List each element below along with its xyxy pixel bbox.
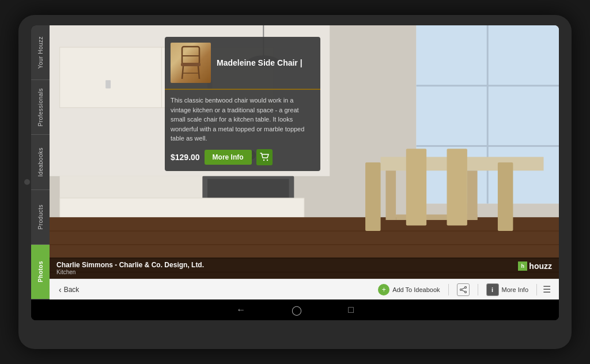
add-to-cart-button[interactable] [256,149,273,165]
more-info-button[interactable]: More Info [205,150,252,165]
bar-divider-1 [448,284,449,295]
share-icon [457,283,470,296]
add-to-ideabook-button[interactable]: + Add To Ideabook [372,282,445,298]
sidebar-item-your-houzz[interactable]: Your Houzz [31,25,50,80]
sidebar-label-your-houzz: Your Houzz [37,36,44,69]
svg-line-45 [462,290,464,291]
houzz-icon: h [518,261,527,271]
photo-category: Kitchen [56,269,552,275]
svg-rect-30 [498,162,513,231]
svg-rect-35 [181,63,201,66]
svg-rect-28 [406,149,426,225]
info-icon: i [486,283,499,296]
sidebar: Your Houzz Professionals Ideabooks Produ… [31,25,50,299]
product-price: $129.00 [171,153,200,162]
back-label: Back [64,286,80,294]
svg-point-42 [464,291,466,293]
chair-svg [176,46,205,80]
photo-credit-bar: Charlie Simmons - Charlie & Co. Design, … [50,257,559,279]
svg-rect-8 [60,47,162,108]
sidebar-item-products[interactable]: Products [31,190,50,245]
add-icon: + [378,284,389,295]
photographer-name: Charlie Simmons - Charlie & Co. Design, … [56,261,552,269]
cart-icon [260,153,269,162]
bottom-action-bar: ‹ Back + Add To Ideabook [50,279,559,299]
bar-divider-3 [536,284,537,295]
svg-point-43 [460,289,462,290]
kitchen-scene: ● [50,25,559,299]
bar-divider-2 [478,284,478,295]
sidebar-item-ideabooks[interactable]: Ideabooks [31,135,50,189]
hamburger-menu-button[interactable]: ☰ [539,282,554,297]
svg-point-39 [263,159,264,160]
sidebar-label-photos: Photos [37,261,44,282]
sidebar-label-ideabooks: Ideabooks [37,147,44,177]
popup-footer: $129.00 More Info [171,149,315,165]
svg-line-36 [182,66,183,79]
svg-rect-15 [60,176,203,198]
more-info-bar-label: More Info [502,286,528,293]
svg-rect-29 [447,149,467,225]
popup-body: This classic bentwood chair would work i… [165,90,320,171]
popup-title-area: Madeleine Side Chair | [217,58,302,68]
svg-rect-25 [467,170,478,220]
main-photo-area: ● [50,25,559,299]
sidebar-label-professionals: Professionals [37,88,44,127]
houzz-text: houzz [529,261,552,271]
camera-dot [24,179,30,185]
popup-title-text: Madeleine Side Chair | [217,58,302,67]
more-info-bar-button[interactable]: i More Info [481,281,534,298]
product-thumbnail [171,43,211,83]
android-back-button[interactable]: ← [236,305,245,315]
android-home-button[interactable]: ◯ [292,305,302,316]
sidebar-item-photos[interactable]: Photos [31,245,50,299]
popup-description: This classic bentwood chair would work i… [171,96,315,143]
android-recents-button[interactable]: □ [348,305,354,315]
product-popup: Madeleine Side Chair | This classic bent… [165,37,320,171]
sidebar-label-products: Products [37,204,44,229]
svg-rect-10 [105,80,111,88]
back-arrow-icon: ‹ [59,285,62,294]
android-nav-bar: ← ◯ □ [31,299,559,320]
svg-point-40 [266,159,267,160]
share-button[interactable] [451,281,475,298]
back-button[interactable]: ‹ Back [54,283,84,297]
svg-rect-24 [385,170,396,220]
app-area: Your Houzz Professionals Ideabooks Produ… [31,25,559,299]
svg-line-44 [462,287,464,289]
add-ideabook-label: Add To Ideabook [392,286,440,293]
svg-rect-27 [365,162,381,231]
popup-product-title: Madeleine Side Chair | [217,58,302,68]
sidebar-item-professionals[interactable]: Professionals [31,80,50,135]
popup-header: Madeleine Side Chair | [165,37,320,90]
svg-line-37 [198,66,199,79]
houzz-logo: h houzz [518,261,552,271]
svg-point-41 [464,286,466,288]
tablet-device: Your Houzz Professionals Ideabooks Produ… [18,15,572,349]
tablet-screen: Your Houzz Professionals Ideabooks Produ… [31,25,559,320]
